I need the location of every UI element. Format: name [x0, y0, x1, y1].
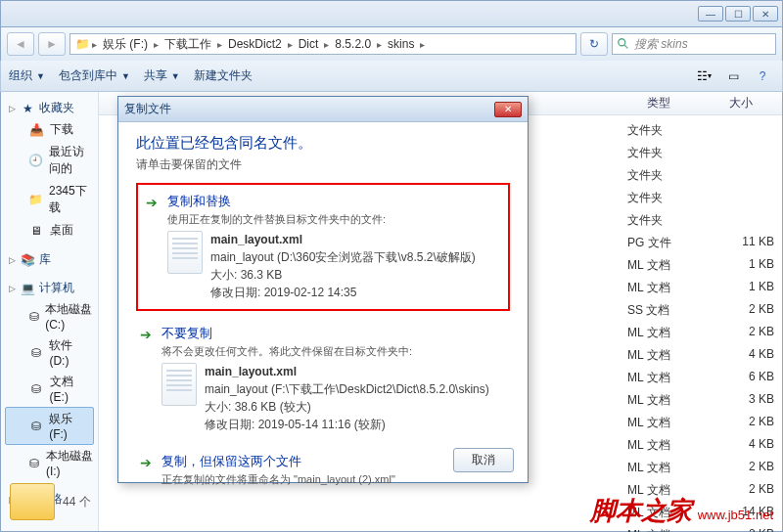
minimize-button[interactable]: — — [698, 6, 723, 22]
breadcrumb[interactable]: 📁 ▸ 娱乐 (F:)▸ 下载工作▸ DeskDict2▸ Dict▸ 8.5.… — [69, 33, 576, 55]
fav-recent[interactable]: 🕘最近访问的 — [1, 141, 98, 180]
computer-icon: 💻 — [20, 281, 35, 296]
dialog-titlebar: 复制文件 ✕ — [118, 97, 528, 122]
svg-line-1 — [624, 45, 628, 49]
arrow-icon: ➔ — [140, 325, 152, 433]
library-icon: 📚 — [20, 252, 35, 268]
fav-downloads[interactable]: 📥下载 — [1, 118, 98, 141]
file-icon — [161, 363, 197, 406]
bc-0[interactable]: 娱乐 (F:) — [99, 34, 152, 55]
fav-desktop[interactable]: 🖥桌面 — [1, 219, 98, 242]
dialog-subheading: 请单击要保留的文件 — [136, 156, 510, 173]
dialog-title: 复制文件 — [124, 101, 494, 117]
col-size[interactable]: 大小 — [700, 95, 782, 111]
arrow-icon: ➔ — [140, 453, 152, 491]
dialog-heading: 此位置已经包含同名文件。 — [136, 134, 510, 153]
bc-1[interactable]: 下载工作 — [161, 34, 215, 55]
bc-2[interactable]: DeskDict2 — [224, 35, 286, 53]
folder-preview-icon — [10, 483, 55, 520]
drive-icon: ⛁ — [28, 381, 44, 397]
item-count: 44 个 — [63, 494, 91, 510]
refresh-button[interactable]: ↻ — [580, 32, 608, 56]
drive-c[interactable]: ⛁本地磁盘 (C:) — [1, 298, 98, 334]
fav-2345[interactable]: 📁2345下载 — [1, 180, 98, 219]
toolbar: 组织▼ 包含到库中▼ 共享▼ 新建文件夹 ☷▾ ▭ ? — [0, 61, 783, 92]
folder-icon: 📥 — [28, 122, 44, 138]
folder-icon: 📁 — [74, 36, 90, 52]
drive-f[interactable]: ⛁娱乐 (F:) — [5, 407, 94, 445]
status-bar: 44 个 — [10, 483, 91, 520]
option-copy-replace[interactable]: ➔ 复制和替换 使用正在复制的文件替换目标文件夹中的文件: main_layou… — [136, 183, 510, 311]
libraries-header[interactable]: ▷📚库 — [1, 249, 98, 270]
sidebar: ▷★收藏夹 📥下载 🕘最近访问的 📁2345下载 🖥桌面 ▷📚库 ▷💻计算机 ⛁… — [1, 92, 99, 531]
drive-icon: ⛁ — [28, 456, 40, 471]
cancel-button[interactable]: 取消 — [453, 448, 514, 472]
arrow-icon: ➔ — [146, 193, 158, 301]
drive-icon: ⛁ — [28, 309, 39, 325]
back-button[interactable]: ◄ — [7, 32, 34, 56]
bc-5[interactable]: skins — [384, 35, 418, 53]
include-menu[interactable]: 包含到库中▼ — [59, 67, 130, 84]
view-button[interactable]: ☷▾ — [692, 66, 715, 86]
bc-3[interactable]: Dict — [295, 35, 323, 53]
dialog-close-button[interactable]: ✕ — [494, 102, 522, 117]
drive-d[interactable]: ⛁软件 (D:) — [1, 334, 98, 371]
share-menu[interactable]: 共享▼ — [144, 67, 180, 84]
drive-icon: ⛁ — [28, 345, 43, 361]
col-type[interactable]: 类型 — [618, 95, 700, 111]
svg-point-0 — [619, 39, 625, 46]
organize-menu[interactable]: 组织▼ — [9, 67, 45, 84]
favorites-header[interactable]: ▷★收藏夹 — [1, 98, 98, 118]
bc-4[interactable]: 8.5.2.0 — [331, 35, 375, 53]
drive-e[interactable]: ⛁文档 (E:) — [1, 371, 98, 407]
forward-button[interactable]: ► — [38, 32, 66, 56]
drive-icon: ⛁ — [29, 419, 43, 434]
recent-icon: 🕘 — [28, 153, 43, 168]
window-titlebar: — ☐ ✕ — [0, 0, 783, 27]
search-input[interactable]: 搜索 skins — [612, 33, 776, 55]
folder-icon: 📁 — [28, 192, 43, 207]
preview-pane-button[interactable]: ▭ — [721, 66, 745, 86]
watermark: 脚本之家 www.jb51.net — [590, 494, 773, 528]
nav-bar: ◄ ► 📁 ▸ 娱乐 (F:)▸ 下载工作▸ DeskDict2▸ Dict▸ … — [0, 27, 783, 61]
copy-file-dialog: 复制文件 ✕ 此位置已经包含同名文件。 请单击要保留的文件 ➔ 复制和替换 使用… — [117, 96, 529, 483]
help-button[interactable]: ? — [751, 66, 774, 86]
computer-header[interactable]: ▷💻计算机 — [1, 278, 98, 298]
option-dont-copy[interactable]: ➔ 不要复制 将不会更改任何文件。将此文件保留在目标文件夹中: main_lay… — [136, 319, 510, 439]
close-button[interactable]: ✕ — [753, 6, 778, 22]
newfolder-button[interactable]: 新建文件夹 — [194, 67, 253, 84]
drive-i[interactable]: ⛁本地磁盘 (I:) — [1, 445, 98, 481]
search-icon — [617, 37, 630, 51]
file-icon — [167, 231, 203, 274]
star-icon: ★ — [20, 101, 35, 116]
desktop-icon: 🖥 — [28, 223, 44, 239]
maximize-button[interactable]: ☐ — [725, 6, 751, 22]
